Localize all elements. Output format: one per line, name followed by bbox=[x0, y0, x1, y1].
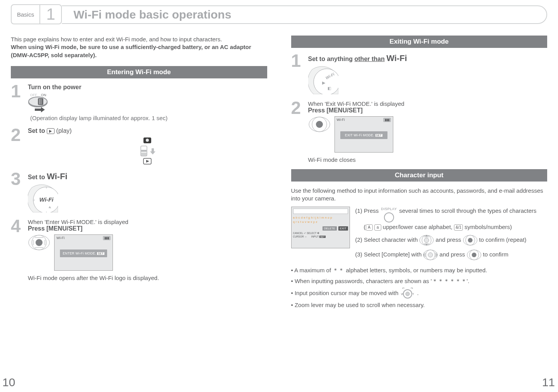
step-title: Set to (play) bbox=[28, 127, 267, 134]
charinput-screen: abcdefghijklmnop qrstuvwxyz DELETE EXIT … bbox=[291, 207, 350, 248]
power-switch-icon: OFF ON bbox=[28, 92, 267, 112]
step-title: Turn on the power bbox=[28, 84, 267, 91]
lowercase-icon: a bbox=[374, 224, 381, 231]
left-column: This page explains how to enter and exit… bbox=[11, 36, 267, 369]
cursor-updown-icon bbox=[419, 235, 434, 246]
svg-rect-10 bbox=[141, 150, 147, 152]
exit-step-1: 1 Set to anything other than Wi-Fi Wi-Fi… bbox=[291, 53, 548, 94]
svg-rect-41 bbox=[424, 243, 429, 245]
lcd-screen-enter: Wi-Fi ▮▮▮ ENTER Wi-Fi MODE. SET bbox=[54, 234, 113, 271]
charinput-heading: Character input bbox=[291, 169, 548, 182]
screen-message: EXIT Wi-Fi MODE. SET bbox=[340, 131, 387, 139]
zoom-lever-icon: WT bbox=[400, 287, 415, 299]
play-icon bbox=[47, 128, 55, 134]
svg-text:T: T bbox=[412, 292, 414, 296]
mode-dial-notwifi-icon: Wi-Fi ▶ ◧ bbox=[308, 66, 548, 94]
cursor-button-icon bbox=[308, 116, 331, 132]
screen-message: ENTER Wi-Fi MODE. SET bbox=[60, 249, 107, 257]
svg-rect-48 bbox=[423, 253, 426, 257]
step-after: Wi-Fi mode closes bbox=[308, 156, 548, 163]
step-title: Press [MENU/SET] bbox=[308, 107, 548, 114]
step-number: 1 bbox=[291, 53, 304, 94]
page-number-left: 10 bbox=[2, 376, 15, 389]
battery-icon: ▮▮▮ bbox=[103, 236, 111, 240]
svg-point-56 bbox=[406, 292, 410, 296]
svg-point-29 bbox=[314, 69, 338, 94]
enter-step-3: 3 Set to Wi-Fi bbox=[11, 171, 267, 212]
enter-step-1: 1 Turn on the power OFF ON (Operati bbox=[11, 84, 267, 121]
step-number: 4 bbox=[11, 219, 24, 281]
svg-point-52 bbox=[472, 253, 476, 257]
svg-rect-49 bbox=[435, 253, 437, 257]
wifi-label: Wi-Fi bbox=[386, 53, 407, 63]
svg-text:OFF: OFF bbox=[30, 93, 37, 97]
step-title: Set to anything other than Wi-Fi bbox=[308, 53, 548, 63]
step-pretext: When 'Enter Wi-Fi MODE.' is displayed bbox=[28, 219, 267, 225]
svg-point-35 bbox=[316, 121, 323, 128]
cursor-leftright-icon bbox=[423, 249, 438, 260]
intro-line2: When using Wi-Fi mode, be sure to use a … bbox=[11, 44, 251, 58]
step-after: Wi-Fi mode opens after the Wi-Fi logo is… bbox=[28, 275, 267, 281]
charinput-body: abcdefghijklmnop qrstuvwxyz DELETE EXIT … bbox=[291, 207, 548, 261]
svg-text:Wi-Fi: Wi-Fi bbox=[39, 196, 54, 203]
symbols-icon: &/1 bbox=[454, 224, 463, 231]
exit-step-2: 2 When 'Exit Wi-Fi MODE.' is displayed P… bbox=[291, 100, 548, 163]
charinput-notes: • A maximum of ＊＊ alphabet letters, symb… bbox=[291, 266, 548, 310]
charinput-intro: Use the following method to input inform… bbox=[291, 187, 548, 203]
menuset-button-icon bbox=[463, 235, 478, 246]
right-column: Exiting Wi-Fi mode 1 Set to anything oth… bbox=[291, 36, 548, 369]
mode-dial-wifi-icon: Wi-Fi ▶ bbox=[28, 184, 267, 212]
svg-point-23 bbox=[36, 239, 43, 246]
step-number: 1 bbox=[11, 84, 24, 121]
tab-label: Basics bbox=[11, 4, 40, 24]
step-title: Set to Wi-Fi bbox=[28, 171, 267, 182]
step-number: 3 bbox=[11, 171, 24, 212]
exiting-heading: Exiting Wi-Fi mode bbox=[291, 36, 548, 48]
chapter-tab: Basics 1 bbox=[11, 5, 62, 24]
svg-text:ON: ON bbox=[41, 93, 46, 97]
svg-text:▶: ▶ bbox=[322, 80, 326, 85]
enter-step-2: 2 Set to (play) bbox=[11, 127, 267, 165]
svg-rect-40 bbox=[424, 236, 429, 238]
down-arrow-icon bbox=[150, 148, 155, 154]
tab-number-box: 1 bbox=[40, 4, 62, 24]
battery-icon: ▮▮▮ bbox=[383, 118, 391, 122]
chapter-header: Basics 1 Wi-Fi mode basic operations bbox=[11, 5, 547, 24]
page-number-right: 11 bbox=[542, 376, 555, 389]
enter-step-4: 4 When 'Enter Wi-Fi MODE.' is displayed … bbox=[11, 219, 267, 281]
wifi-label: Wi-Fi bbox=[47, 171, 68, 181]
entering-heading: Entering Wi-Fi mode bbox=[11, 66, 267, 78]
tab-number: 1 bbox=[46, 5, 55, 24]
svg-point-47 bbox=[428, 253, 433, 257]
lcd-screen-exit: Wi-Fi ▮▮▮ EXIT Wi-Fi MODE. SET bbox=[334, 116, 393, 153]
rec-play-slider-icon bbox=[28, 137, 267, 165]
step-note: (Operation display lamp illuminated for … bbox=[30, 115, 167, 121]
intro-text: This page explains how to enter and exit… bbox=[11, 36, 267, 59]
uppercase-icon: A bbox=[366, 224, 373, 231]
menuset-button-icon bbox=[467, 249, 481, 260]
svg-point-8 bbox=[146, 139, 149, 142]
display-button-icon bbox=[384, 212, 394, 223]
cursor-button-icon bbox=[28, 234, 50, 251]
step-number: 2 bbox=[291, 100, 304, 163]
page-title: Wi-Fi mode basic operations bbox=[73, 8, 231, 21]
step-pretext: When 'Exit Wi-Fi MODE.' is displayed bbox=[308, 100, 548, 107]
svg-text:◧: ◧ bbox=[328, 86, 331, 90]
svg-point-36 bbox=[384, 213, 394, 222]
svg-point-44 bbox=[468, 238, 473, 243]
svg-point-39 bbox=[424, 238, 429, 243]
step-number: 2 bbox=[11, 127, 24, 165]
step-title: Press [MENU/SET] bbox=[28, 225, 267, 232]
svg-rect-4 bbox=[38, 98, 43, 105]
intro-line1: This page explains how to enter and exit… bbox=[11, 36, 222, 42]
svg-rect-11 bbox=[141, 153, 147, 156]
